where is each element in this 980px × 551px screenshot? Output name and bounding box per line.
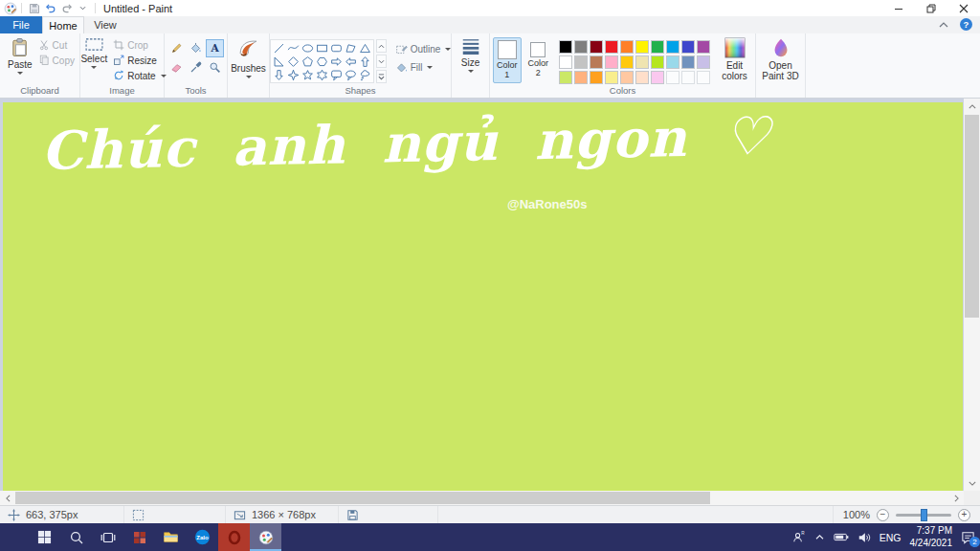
palette-swatch-880015[interactable] (590, 40, 603, 54)
tool-fill-button[interactable] (187, 39, 205, 57)
color2-button[interactable]: Color 2 (524, 37, 553, 81)
shape-oval-callout[interactable] (344, 68, 358, 81)
palette-swatch-empty[interactable] (666, 71, 679, 84)
shape-curve[interactable] (286, 41, 301, 55)
shape-line[interactable] (272, 41, 286, 55)
shape-triangle[interactable] (358, 41, 372, 55)
shape-rounded-callout[interactable] (329, 68, 344, 81)
tab-view[interactable]: View (84, 16, 126, 33)
cut-button[interactable]: Cut (38, 38, 75, 52)
clock[interactable]: 7:37 PM 4/24/2021 (910, 525, 953, 549)
shape-four-point-star[interactable] (286, 68, 301, 81)
scroll-left-button[interactable] (0, 491, 15, 505)
redo-button[interactable] (58, 1, 75, 15)
shapes-scroll-down-button[interactable] (376, 55, 387, 68)
fill-button[interactable]: Fill (395, 61, 452, 74)
paste-button[interactable]: Paste (5, 35, 35, 77)
palette-swatch-c3c3c3[interactable] (574, 55, 588, 69)
taskbar-button-start[interactable] (29, 523, 60, 551)
shape-rectangle[interactable] (315, 41, 329, 55)
undo-button[interactable] (42, 1, 58, 15)
shape-right-triangle[interactable] (272, 55, 286, 68)
palette-swatch-cbe866[interactable] (559, 71, 572, 84)
shape-ellipse[interactable] (301, 41, 315, 55)
palette-swatch-efe4b0[interactable] (635, 55, 649, 69)
vertical-scrollbar[interactable] (964, 99, 980, 491)
tab-home[interactable]: Home (42, 16, 84, 33)
shape-five-point-star[interactable] (301, 68, 315, 81)
palette-swatch-ffaec9[interactable] (605, 55, 618, 69)
palette-swatch-ffb27f[interactable] (574, 71, 588, 84)
open-paint3d-button[interactable]: Open Paint 3D (759, 35, 802, 83)
taskbar-button-blocks-app[interactable] (123, 523, 155, 551)
hidden-icons-chevron-icon[interactable] (814, 534, 825, 540)
shape-down-arrow[interactable] (272, 68, 286, 81)
action-center-button[interactable]: 2 (961, 530, 975, 544)
horizontal-scrollbar[interactable] (0, 491, 964, 505)
battery-icon[interactable] (834, 533, 849, 541)
tool-magnifier-button[interactable] (206, 58, 224, 77)
edit-colors-button[interactable]: Edit colors (717, 35, 752, 83)
shape-pentagon[interactable] (301, 55, 315, 68)
palette-swatch-fac8ef[interactable] (651, 71, 664, 84)
zoom-slider-thumb[interactable] (921, 509, 927, 521)
palette-swatch-ff7f27[interactable] (620, 40, 634, 54)
taskbar-button-zalo[interactable]: Zalo (187, 523, 218, 551)
palette-swatch-ffffff[interactable] (559, 55, 572, 69)
palette-swatch-ffdfca[interactable] (635, 71, 649, 84)
palette-swatch-ffa01f[interactable] (590, 71, 603, 84)
help-icon[interactable]: ? (960, 18, 972, 31)
resize-button[interactable]: Resize (113, 54, 166, 67)
palette-swatch-22b14c[interactable] (651, 40, 664, 54)
taskbar-button-task-view[interactable] (92, 523, 123, 551)
palette-swatch-99d9ea[interactable] (666, 55, 679, 69)
palette-swatch-a349a4[interactable] (697, 40, 710, 54)
tool-eraser-button[interactable] (167, 58, 186, 77)
people-icon[interactable]: R (791, 530, 806, 544)
palette-swatch-3f48cc[interactable] (681, 40, 695, 54)
shape-cloud-callout[interactable] (358, 68, 372, 81)
palette-swatch-ffc90e[interactable] (620, 55, 634, 69)
vertical-scrollbar-thumb[interactable] (965, 115, 979, 318)
scroll-down-button[interactable] (964, 475, 980, 491)
palette-swatch-00a2e8[interactable] (666, 40, 679, 54)
palette-swatch-f9ee8d[interactable] (605, 71, 618, 84)
palette-swatch-7092be[interactable] (681, 55, 695, 69)
tool-text-button[interactable]: A (206, 39, 224, 57)
shape-left-arrow[interactable] (344, 55, 358, 68)
tool-pencil-button[interactable] (167, 39, 186, 57)
palette-swatch-empty[interactable] (697, 71, 710, 84)
shape-rounded-rectangle[interactable] (329, 41, 344, 55)
outline-button[interactable]: Outline (395, 43, 452, 55)
zoom-out-button[interactable]: − (877, 509, 889, 521)
save-button[interactable] (26, 1, 42, 15)
size-button[interactable]: Size (457, 35, 484, 75)
horizontal-scrollbar-thumb[interactable] (15, 492, 710, 504)
shape-six-point-star[interactable] (315, 68, 329, 81)
zoom-slider[interactable] (896, 514, 951, 517)
shape-right-arrow[interactable] (329, 55, 344, 68)
palette-swatch-b5e61d[interactable] (651, 55, 664, 69)
palette-swatch-fff200[interactable] (635, 40, 649, 54)
tab-file[interactable]: File (0, 16, 42, 33)
palette-swatch-empty[interactable] (681, 71, 695, 84)
shapes-more-button[interactable] (376, 70, 387, 83)
shape-hexagon[interactable] (315, 55, 329, 68)
language-indicator[interactable]: ENG (880, 532, 902, 543)
brushes-button[interactable]: Brushes (228, 35, 269, 80)
canvas[interactable]: Chúc anh ngủ ngon ♡ @NaRone50s (3, 102, 963, 491)
taskbar-button-search[interactable] (60, 523, 92, 551)
minimize-button[interactable] (882, 0, 915, 16)
qat-customize-button[interactable] (75, 1, 91, 15)
palette-swatch-7f7f7f[interactable] (574, 40, 588, 54)
taskbar-button-opera[interactable] (218, 523, 250, 551)
scroll-up-button[interactable] (964, 99, 980, 114)
zoom-in-button[interactable]: + (958, 509, 970, 521)
restore-button[interactable] (915, 0, 947, 16)
shape-diamond[interactable] (286, 55, 301, 68)
volume-icon[interactable] (858, 531, 871, 544)
color1-button[interactable]: Color 1 (493, 37, 522, 83)
select-button[interactable]: Select (78, 35, 110, 71)
taskbar-button-paint[interactable] (250, 523, 281, 551)
collapse-ribbon-icon[interactable] (939, 22, 948, 28)
